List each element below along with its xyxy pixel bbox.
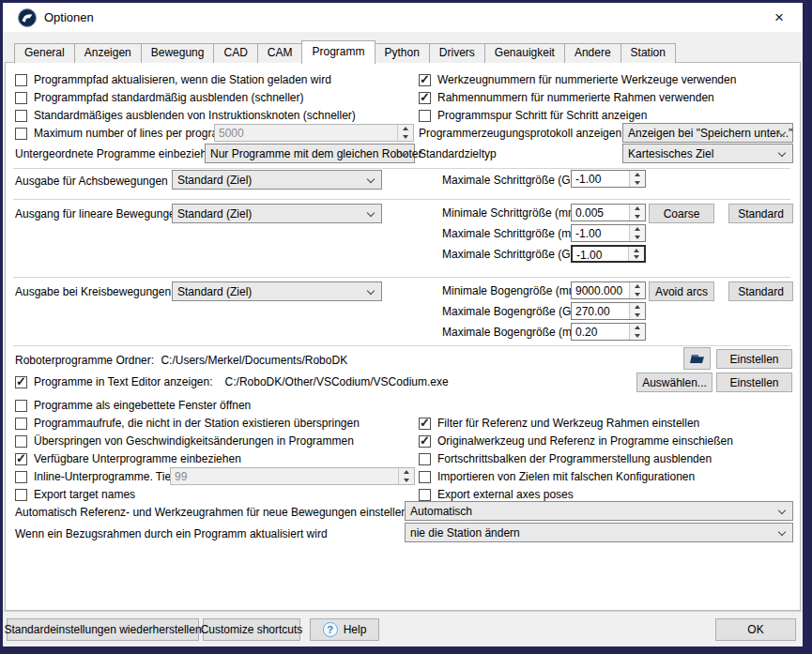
tab-drivers[interactable]: Drivers bbox=[429, 43, 485, 63]
spin-up-icon[interactable] bbox=[630, 171, 645, 179]
spin-down-icon[interactable] bbox=[630, 213, 645, 221]
linear-min-step-spinner[interactable]: 0.005 bbox=[571, 204, 646, 221]
linear-max-step-deg-spinner[interactable]: -1.00 bbox=[571, 245, 646, 263]
max-lines-spinner[interactable]: 5000 bbox=[214, 124, 414, 142]
spin-down-icon[interactable] bbox=[630, 179, 645, 188]
axis-output-dropdown[interactable]: Standard (Ziel) bbox=[172, 170, 382, 190]
checkbox[interactable] bbox=[419, 489, 431, 501]
spin-up-icon[interactable] bbox=[630, 303, 645, 312]
spinner-arrows[interactable] bbox=[629, 205, 645, 221]
tab-programm[interactable]: Programm bbox=[301, 40, 375, 64]
circular-standard-button[interactable]: Standard bbox=[728, 281, 793, 301]
folder-set-button[interactable]: Einstellen bbox=[716, 349, 792, 369]
checkbox-label: Programmaufrufe, die nicht in der Statio… bbox=[34, 417, 360, 430]
open-folder-button[interactable] bbox=[683, 347, 711, 370]
sub-programs-dropdown[interactable]: Nur Programme mit dem gleichen Roboter bbox=[205, 144, 415, 163]
inline-depth-spinner[interactable]: 99 bbox=[170, 467, 415, 485]
checkbox[interactable] bbox=[419, 453, 431, 465]
coarse-button[interactable]: Coarse bbox=[649, 204, 714, 223]
tab-python[interactable]: Python bbox=[375, 43, 430, 63]
editor-choose-button[interactable]: Auswählen... bbox=[636, 373, 712, 392]
options-dialog: Optionen × General Anzeigen Bewegung CAD… bbox=[3, 3, 803, 646]
tab-station[interactable]: Station bbox=[620, 43, 676, 63]
circular-min-arc-spinner[interactable]: 9000.000 bbox=[571, 281, 646, 299]
spin-down-icon[interactable] bbox=[398, 133, 413, 142]
checkbox[interactable] bbox=[15, 92, 27, 104]
tab-genauigkeit[interactable]: Genauigkeit bbox=[484, 43, 565, 63]
checkbox[interactable] bbox=[15, 74, 27, 86]
ok-button[interactable]: OK bbox=[715, 618, 796, 641]
linear-output-dropdown[interactable]: Standard (Ziel) bbox=[172, 204, 382, 223]
spin-up-icon[interactable] bbox=[630, 282, 645, 291]
robot-folder-path: C:/Users/Merkel/Documents/RoboDK bbox=[161, 354, 347, 367]
checkbox-label: Werkzeugnummern für nummerierte Werkzeug… bbox=[437, 73, 736, 86]
checkbox[interactable] bbox=[15, 453, 27, 465]
checkbox-label: Maximum number of lines per program bbox=[34, 127, 227, 140]
checkbox[interactable] bbox=[15, 128, 27, 140]
spinner-arrows[interactable] bbox=[628, 247, 644, 261]
customize-shortcuts-button[interactable]: Customize shortcuts bbox=[203, 618, 300, 641]
checkbox[interactable] bbox=[15, 471, 27, 483]
dropdown-value: Standard (Ziel) bbox=[177, 285, 252, 298]
spin-up-icon[interactable] bbox=[629, 247, 644, 254]
check-row-hide-instruction-nodes: Standardmäßiges ausblenden von Instrukti… bbox=[15, 108, 356, 123]
spin-up-icon[interactable] bbox=[630, 225, 645, 234]
checkbox[interactable] bbox=[15, 110, 27, 122]
tab-anzeigen[interactable]: Anzeigen bbox=[74, 43, 142, 63]
tab-general[interactable]: General bbox=[14, 43, 75, 63]
auto-frames-dropdown[interactable]: Automatisch bbox=[405, 501, 793, 521]
programm-tab-pane: Programmpfad aktualisieren, wenn die Sta… bbox=[5, 62, 801, 611]
close-icon[interactable]: × bbox=[769, 8, 789, 28]
spin-down-icon[interactable] bbox=[630, 234, 645, 242]
checkbox[interactable] bbox=[419, 110, 431, 122]
spin-down-icon[interactable] bbox=[630, 291, 645, 299]
restore-defaults-button[interactable]: Standardeinstellungen wiederherstellen bbox=[7, 618, 199, 641]
spin-up-icon[interactable] bbox=[630, 324, 645, 332]
spinner-arrows[interactable] bbox=[629, 324, 645, 340]
linear-standard-button[interactable]: Standard bbox=[728, 204, 793, 223]
tab-cam[interactable]: CAM bbox=[257, 43, 303, 63]
spin-up-icon[interactable] bbox=[399, 468, 414, 477]
spin-down-icon[interactable] bbox=[630, 332, 645, 341]
checkbox[interactable] bbox=[15, 489, 27, 501]
checkbox[interactable] bbox=[15, 418, 27, 430]
folder-icon bbox=[689, 352, 706, 365]
editor-set-button[interactable]: Einstellen bbox=[716, 373, 792, 392]
spin-up-icon[interactable] bbox=[398, 125, 413, 133]
spin-up-icon[interactable] bbox=[630, 205, 645, 213]
separator bbox=[13, 345, 790, 346]
checkbox[interactable] bbox=[15, 376, 27, 388]
spin-down-icon[interactable] bbox=[399, 477, 414, 485]
checkbox-label: Inline-Unterprogramme. Tiefe: bbox=[34, 470, 183, 483]
spin-down-icon[interactable] bbox=[629, 254, 644, 262]
avoid-arcs-button[interactable]: Avoid arcs bbox=[649, 281, 714, 301]
frame-update-label: Wenn ein Bezugsrahmen durch ein Programm… bbox=[15, 527, 328, 540]
checkbox[interactable] bbox=[419, 418, 431, 430]
linear-max-step-mm-spinner[interactable]: -1.00 bbox=[571, 224, 646, 242]
gen-protocol-dropdown[interactable]: Anzeigen bei "Speichern unter..." bbox=[622, 123, 793, 143]
circular-max-arc-deg-spinner[interactable]: 270.00 bbox=[571, 302, 646, 320]
help-button[interactable]: ? Help bbox=[310, 618, 379, 641]
tab-andere[interactable]: Andere bbox=[564, 43, 621, 63]
spinner-arrows[interactable] bbox=[629, 225, 645, 241]
circular-max-arc-mm-spinner[interactable]: 0.20 bbox=[571, 323, 646, 341]
circular-output-dropdown[interactable]: Standard (Ziel) bbox=[172, 281, 382, 301]
checkbox[interactable] bbox=[419, 471, 431, 483]
spinner-arrows[interactable] bbox=[629, 282, 645, 298]
spinner-arrows[interactable] bbox=[397, 125, 413, 141]
axis-max-step-spinner[interactable]: -1.00 bbox=[571, 170, 646, 188]
checkbox[interactable] bbox=[419, 435, 431, 448]
spinner-arrows[interactable] bbox=[398, 468, 414, 484]
spinner-arrows[interactable] bbox=[629, 303, 645, 319]
tab-cad[interactable]: CAD bbox=[213, 43, 257, 63]
circular-output-label: Ausgabe bei Kreisbewegungen bbox=[15, 285, 171, 298]
spin-down-icon[interactable] bbox=[630, 312, 645, 320]
checkbox[interactable] bbox=[419, 74, 431, 86]
tab-bewegung[interactable]: Bewegung bbox=[141, 43, 215, 63]
checkbox[interactable] bbox=[15, 435, 27, 448]
frame-update-dropdown[interactable]: nie die Station ändern bbox=[405, 523, 793, 542]
default-target-dropdown[interactable]: Kartesisches Ziel bbox=[622, 144, 793, 163]
checkbox[interactable] bbox=[419, 92, 431, 104]
spinner-arrows[interactable] bbox=[629, 171, 645, 187]
checkbox[interactable] bbox=[15, 400, 27, 412]
